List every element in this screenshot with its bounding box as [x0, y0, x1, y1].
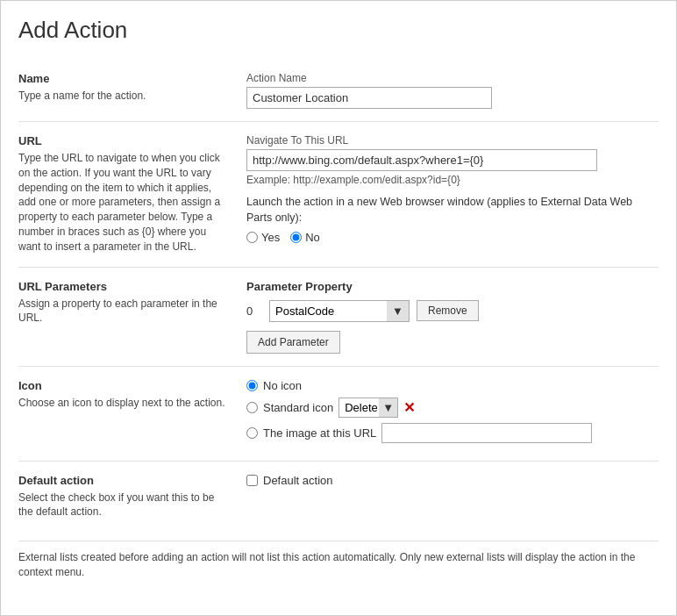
url-example: Example: http://example.com/edit.aspx?id… — [246, 174, 659, 186]
url-icon-label: The image at this URL — [263, 426, 376, 440]
standard-icon-label: Standard icon — [263, 401, 333, 414]
name-left: Name Type a name for the action. — [18, 72, 246, 104]
radio-yes-label[interactable]: Yes — [246, 231, 280, 244]
icon-right: No icon Standard icon Delete Edit New Vi… — [246, 379, 659, 448]
url-right: Navigate To This URL Example: http://exa… — [246, 134, 659, 244]
url-title: URL — [18, 134, 229, 147]
launch-radio-row: Yes No — [246, 231, 659, 244]
radio-no-label[interactable]: No — [290, 231, 320, 244]
icon-url-input[interactable] — [381, 423, 592, 443]
url-params-section: URL Parameters Assign a property to each… — [18, 267, 659, 366]
radio-no-text: No — [305, 231, 320, 244]
default-action-text: Default action — [263, 474, 333, 487]
standard-icon-option: Standard icon Delete Edit New View ▼ ✕ — [246, 398, 659, 418]
default-section: Default action Select the check box if y… — [18, 461, 659, 533]
launch-title: Launch the action in a new Web browser w… — [246, 195, 659, 226]
default-title: Default action — [18, 474, 229, 487]
remove-param-button[interactable]: Remove — [417, 300, 479, 321]
default-desc: Select the check box if you want this to… — [18, 491, 229, 520]
param-property-label: Parameter Property — [246, 280, 659, 293]
url-icon-option: The image at this URL — [246, 423, 659, 443]
param-property-select[interactable]: PostalCode City State Country Address — [269, 300, 410, 322]
launch-section: Launch the action in a new Web browser w… — [246, 195, 659, 244]
radio-yes[interactable] — [246, 232, 258, 243]
navigate-url-label: Navigate To This URL — [246, 134, 659, 147]
action-name-input[interactable] — [246, 87, 492, 109]
icon-desc: Choose an icon to display next to the ac… — [18, 396, 229, 411]
page-container: Add Action Name Type a name for the acti… — [0, 0, 677, 616]
url-params-title: URL Parameters — [18, 280, 229, 293]
no-icon-label: No icon — [263, 379, 302, 392]
default-left: Default action Select the check box if y… — [18, 474, 246, 520]
radio-no-icon[interactable] — [246, 380, 258, 391]
radio-no[interactable] — [290, 232, 302, 243]
icon-section: Icon Choose an icon to display next to t… — [18, 366, 659, 461]
default-action-checkbox[interactable] — [246, 475, 258, 486]
name-section: Name Type a name for the action. Action … — [18, 60, 659, 121]
default-right: Default action — [246, 474, 659, 487]
default-action-label[interactable]: Default action — [246, 474, 659, 487]
icon-left: Icon Choose an icon to display next to t… — [18, 379, 246, 411]
navigate-url-input[interactable] — [246, 149, 597, 171]
icon-title: Icon — [18, 379, 229, 392]
footer-note: External lists created before adding an … — [18, 541, 659, 580]
page-title: Add Action — [18, 17, 659, 44]
name-desc: Type a name for the action. — [18, 89, 229, 104]
url-desc: Type the URL to navigate to when you cli… — [18, 151, 229, 254]
name-right: Action Name — [246, 72, 659, 109]
param-select-wrapper: PostalCode City State Country Address ▼ — [269, 300, 410, 322]
param-index: 0 — [246, 304, 262, 318]
no-icon-option: No icon — [246, 379, 659, 392]
radio-url-icon[interactable] — [246, 427, 258, 439]
standard-icon-select[interactable]: Delete Edit New View — [338, 398, 398, 418]
radio-standard-icon[interactable] — [246, 402, 258, 413]
url-section: URL Type the URL to navigate to when you… — [18, 121, 659, 267]
standard-icon-select-wrapper: Delete Edit New View ▼ — [338, 398, 398, 418]
name-title: Name — [18, 72, 229, 85]
clear-icon-button[interactable]: ✕ — [403, 399, 415, 416]
url-params-desc: Assign a property to each parameter in t… — [18, 297, 229, 326]
action-name-label: Action Name — [246, 72, 659, 84]
url-params-right: Parameter Property 0 PostalCode City Sta… — [246, 280, 659, 354]
url-left: URL Type the URL to navigate to when you… — [18, 134, 246, 254]
url-params-left: URL Parameters Assign a property to each… — [18, 280, 246, 326]
add-param-button[interactable]: Add Parameter — [246, 331, 340, 354]
param-row: 0 PostalCode City State Country Address … — [246, 300, 659, 322]
radio-yes-text: Yes — [261, 231, 280, 244]
main-layout: Name Type a name for the action. Action … — [18, 60, 659, 532]
